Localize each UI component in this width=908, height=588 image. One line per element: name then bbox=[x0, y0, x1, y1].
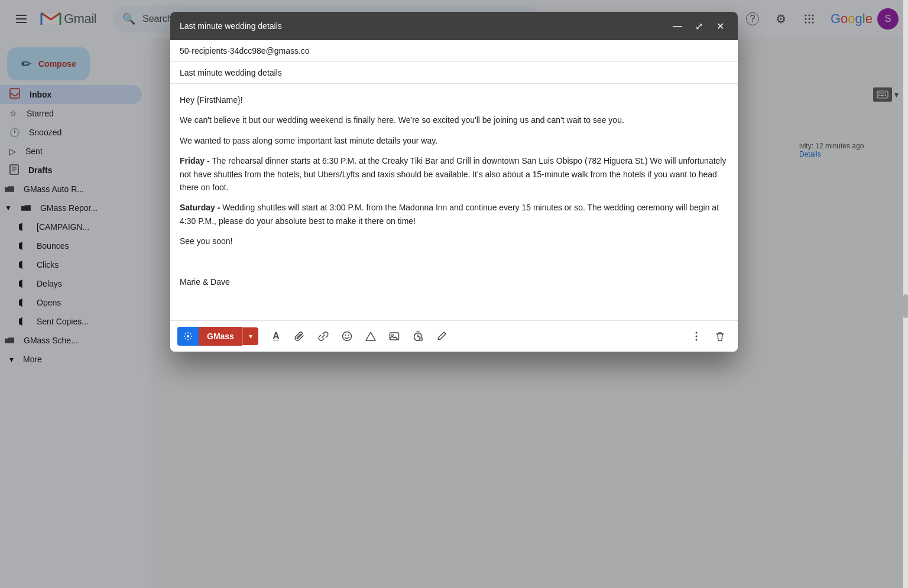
minimize-button[interactable]: — bbox=[669, 18, 686, 34]
window-controls: — ⤢ ✕ bbox=[669, 18, 728, 34]
to-field-value[interactable]: 50-recipients-34dcc98e@gmass.co bbox=[180, 46, 728, 56]
gmass-settings-button[interactable] bbox=[177, 327, 199, 346]
saturday-label: Saturday - bbox=[180, 203, 220, 212]
body-greeting: Hey {FirstName}! bbox=[180, 93, 728, 106]
gmass-send-button[interactable]: GMass bbox=[199, 327, 242, 346]
gmass-timer-button[interactable] bbox=[407, 326, 429, 347]
image-button[interactable] bbox=[384, 326, 405, 347]
friday-text: The rehearsal dinner starts at 6:30 P.M.… bbox=[180, 156, 726, 192]
svg-point-57 bbox=[696, 336, 698, 337]
email-body[interactable]: Hey {FirstName}! We can't believe it but… bbox=[170, 84, 738, 320]
edit-pencil-button[interactable] bbox=[431, 326, 452, 347]
maximize-button[interactable]: ⤢ bbox=[690, 18, 707, 34]
emoji-button[interactable] bbox=[336, 326, 358, 347]
body-para1: We can't believe it but our wedding week… bbox=[180, 113, 728, 126]
svg-point-46 bbox=[348, 334, 349, 336]
more-options-button[interactable] bbox=[686, 326, 707, 347]
gmass-button-group: GMass ▾ bbox=[177, 327, 258, 346]
svg-point-56 bbox=[696, 332, 698, 334]
delete-button[interactable] bbox=[709, 326, 731, 347]
link-button[interactable] bbox=[313, 326, 334, 347]
body-signoff: See you soon! bbox=[180, 235, 728, 248]
format-text-button[interactable]: A bbox=[265, 326, 287, 347]
body-saturday: Saturday - Wedding shuttles will start a… bbox=[180, 201, 728, 228]
drive-button[interactable] bbox=[360, 326, 381, 347]
window-titlebar: Last minute wedding details — ⤢ ✕ bbox=[170, 12, 738, 40]
right-scrollbar[interactable] bbox=[903, 0, 908, 588]
svg-point-42 bbox=[187, 335, 189, 337]
gmass-dropdown-button[interactable]: ▾ bbox=[242, 327, 258, 345]
compose-window: Last minute wedding details — ⤢ ✕ 50-rec… bbox=[170, 12, 738, 352]
compose-toolbar: GMass ▾ A bbox=[170, 320, 738, 352]
svg-line-43 bbox=[322, 335, 325, 338]
email-fields: 50-recipients-34dcc98e@gmass.co Last min… bbox=[170, 40, 738, 84]
svg-point-44 bbox=[342, 332, 351, 341]
close-button[interactable]: ✕ bbox=[712, 18, 728, 34]
body-friday: Friday - The rehearsal dinner starts at … bbox=[180, 154, 728, 194]
attachment-button[interactable] bbox=[289, 326, 310, 347]
to-field-row: 50-recipients-34dcc98e@gmass.co bbox=[170, 40, 738, 62]
window-title: Last minute wedding details bbox=[180, 21, 282, 31]
subject-field-value[interactable]: Last minute wedding details bbox=[180, 68, 728, 77]
friday-label: Friday - bbox=[180, 156, 210, 165]
svg-point-45 bbox=[345, 334, 346, 336]
body-para2: We wanted to pass along some important l… bbox=[180, 134, 728, 147]
body-signature: Marie & Dave bbox=[180, 275, 728, 288]
subject-field-row: Last minute wedding details bbox=[170, 62, 738, 84]
saturday-text: Wedding shuttles will start at 3:00 P.M.… bbox=[180, 203, 719, 225]
scrollbar-thumb[interactable] bbox=[903, 294, 908, 318]
svg-point-48 bbox=[391, 334, 393, 336]
svg-point-58 bbox=[696, 339, 698, 341]
